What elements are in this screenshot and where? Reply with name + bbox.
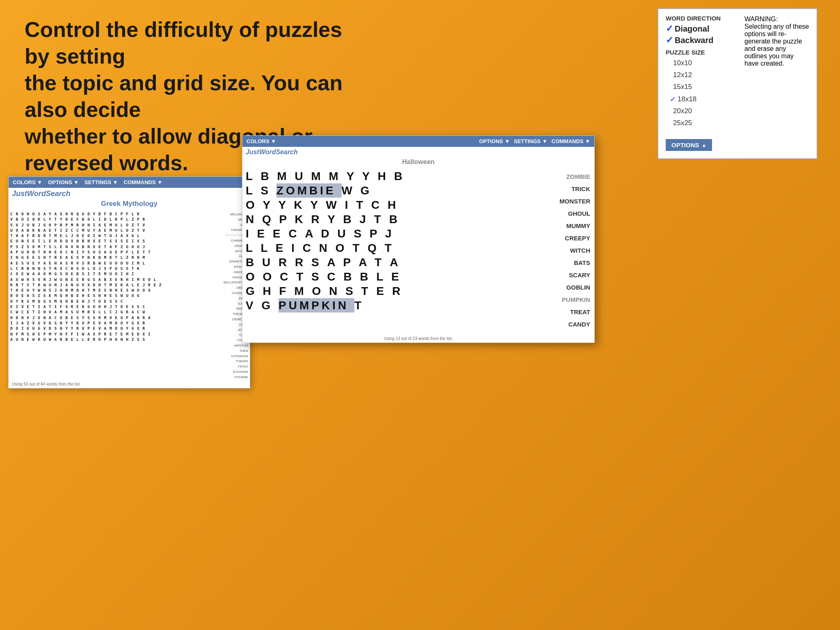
word-goblin: GOBLIN — [533, 281, 590, 294]
cell: I — [345, 198, 356, 212]
word-item: THEA — [219, 349, 248, 354]
cell: E — [273, 226, 288, 241]
halloween-title: Halloween — [242, 156, 594, 167]
cell: T — [385, 241, 394, 255]
cell: B — [389, 212, 400, 226]
halloween-word-list: ZOMBIE TRICK MONSTER GHOUL MUMMY CREEPY … — [529, 167, 594, 335]
cell-highlighted: U — [289, 298, 299, 313]
cell: O — [312, 284, 329, 298]
grid-row: H D H V J V N A C O B E S Y S S R M V E … — [10, 315, 217, 320]
cell: I — [291, 241, 303, 255]
settings-arrow-right: ▼ — [542, 138, 548, 144]
cell: U — [337, 226, 354, 241]
grid-row: A X W H S V R J W U N E E R G S A B X E … — [10, 277, 217, 282]
size-18x18[interactable]: ✓ 18x18 — [666, 93, 740, 106]
cell: Y — [362, 169, 378, 183]
cell-highlighted: E — [326, 183, 341, 198]
puzzle-left-grid: C R O N U S A Y A X H R Q U D Y B F B C … — [9, 210, 219, 380]
cell: F — [279, 284, 294, 298]
cell: C — [289, 226, 305, 241]
tab-colors-left[interactable]: COLORS ▼ — [13, 179, 42, 185]
backward-label: Backward — [675, 36, 714, 45]
cell: Y — [278, 198, 294, 212]
cell: A — [327, 255, 343, 269]
tab-commands-left[interactable]: COMMANDS ▼ — [124, 179, 162, 185]
tab-colors-right[interactable]: COLORS ▼ — [247, 138, 276, 144]
cell: E — [276, 241, 291, 255]
cell: A — [358, 255, 374, 269]
grid-row: C W C E T I H V A M A S U M R E L L C J … — [10, 309, 217, 315]
cell: Y — [263, 198, 278, 212]
cell: T — [374, 212, 389, 226]
options-button[interactable]: OPTIONS ▲ — [666, 139, 712, 151]
cell: R — [295, 255, 311, 269]
grid-row: T H A F R D R T M E L J O E O I W T U J … — [10, 233, 217, 238]
word-monster: MONSTER — [533, 195, 590, 208]
size-18x18-check: ✓ — [670, 93, 676, 106]
cell: E — [257, 226, 273, 241]
cell: H — [378, 169, 394, 183]
cell: L — [376, 269, 391, 284]
grid-row: E I V E T I A T I F G R E D G U D H J T … — [10, 304, 217, 309]
word-pumpkin: PUMPKIN — [533, 294, 590, 306]
grid-row: A E S U E Y A E H A S R V S R B W E U O … — [10, 260, 217, 266]
cell: O — [246, 269, 263, 284]
cell: J — [385, 226, 394, 241]
cell: T — [361, 284, 377, 298]
diagonal-option[interactable]: ✓ Diagonal — [666, 23, 740, 34]
cell: N — [329, 284, 345, 298]
cell: B — [260, 169, 277, 183]
size-10x10[interactable]: 10x10 — [666, 57, 740, 69]
cell-highlighted: M — [299, 298, 311, 313]
cell: L — [246, 169, 260, 183]
backward-option[interactable]: ✓ Backward — [666, 35, 740, 46]
cell: O — [246, 198, 263, 212]
commands-arrow-right: ▼ — [585, 138, 590, 144]
cell: W — [342, 183, 361, 198]
grid-row: C O E W A A O M G S H E B S I T E M U O … — [10, 271, 217, 276]
tab-options-right[interactable]: OPTIONS ▼ — [479, 138, 510, 144]
cell: O — [336, 241, 353, 255]
tab-options-left[interactable]: OPTIONS ▼ — [48, 179, 79, 185]
word-item: IAPETUS — [219, 343, 248, 349]
warning-title: WARNING: — [744, 16, 809, 23]
size-20x20[interactable]: 20x20 — [666, 105, 740, 117]
colors-arrow-icon-right: ▼ — [271, 138, 276, 144]
cell: Q — [368, 241, 385, 255]
grid-row: C R O N U S A Y A X H R Q U D Y B F B C … — [10, 211, 217, 217]
tab-commands-right[interactable]: COMMANDS ▼ — [552, 138, 590, 144]
cell: L — [246, 183, 260, 198]
cell: I — [246, 226, 257, 241]
word-treat: TREAT — [533, 306, 590, 318]
grid-row: S V J U B J G H P B P M R H N I A E M U … — [10, 222, 217, 228]
cell: P — [370, 226, 385, 241]
cell: M — [277, 169, 294, 183]
halloween-grid: L B M U M M Y Y H B L S ZOMBIE W G O Y Y… — [242, 167, 529, 335]
cell: Y — [347, 169, 362, 183]
cell: O — [263, 269, 280, 284]
cell: T — [296, 269, 311, 284]
options-button-label: OPTIONS — [671, 142, 699, 148]
cell: B — [394, 169, 405, 183]
cell: B — [343, 269, 360, 284]
cell: Y — [310, 198, 326, 212]
diagonal-check: ✓ — [666, 23, 673, 34]
tab-settings-left[interactable]: SETTINGS ▼ — [84, 179, 118, 185]
cell: T — [352, 241, 368, 255]
backward-check: ✓ — [666, 35, 673, 46]
puzzle-left-title: Greek Mythology — [9, 198, 250, 210]
puzzle-right: COLORS ▼ OPTIONS ▼ SETTINGS ▼ COMMANDS ▼… — [242, 135, 595, 343]
warning-text: Selecting any of these options will re-g… — [744, 23, 809, 67]
size-12x12[interactable]: 12x12 — [666, 69, 740, 81]
size-15x15[interactable]: 15x15 — [666, 81, 740, 93]
cell: C — [327, 269, 343, 284]
word-scary: SCARY — [533, 269, 590, 281]
cell-highlighted: B — [309, 183, 320, 198]
size-25x25[interactable]: 25x25 — [666, 117, 740, 129]
cell: C — [371, 198, 388, 212]
tab-settings-right[interactable]: SETTINGS ▼ — [514, 138, 548, 144]
grid-row-2: O Y Y K Y W I T C H — [246, 198, 525, 212]
cell-highlighted: M — [297, 183, 309, 198]
grid-row: B O E A S I S E M Q H B E H E S N H E S … — [10, 293, 217, 298]
cell: S — [260, 183, 276, 198]
